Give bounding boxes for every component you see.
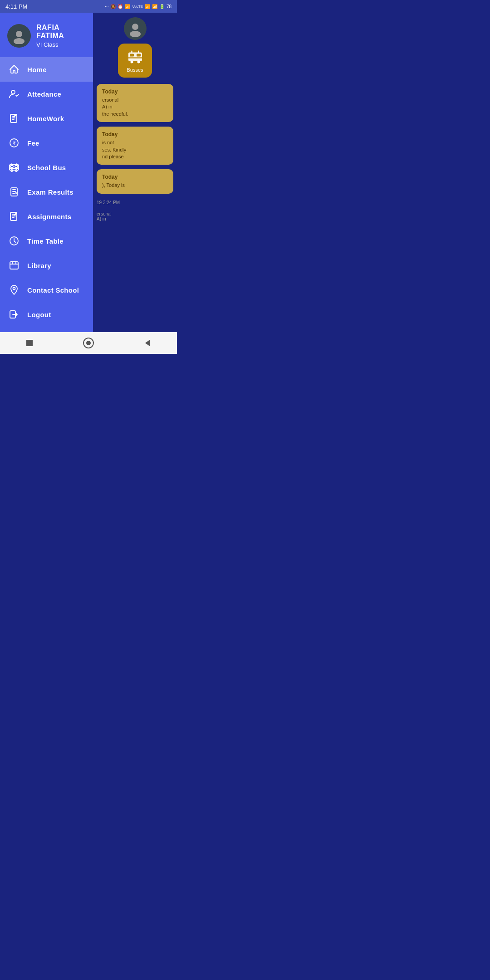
schoolbus-icon bbox=[8, 162, 20, 173]
signal2-icon: 📶 bbox=[145, 4, 150, 9]
sidebar-item-contactschool[interactable]: Contact School bbox=[0, 278, 93, 302]
status-bar: 4:11 PM ··· 🔕 ⏰ 📶 VoLTE 📶 📶 🔋 78 bbox=[0, 0, 177, 13]
sidebar-item-fee[interactable]: ₹ Fee bbox=[0, 131, 93, 155]
profile-info: RAFIA FATIMA VI Class bbox=[36, 24, 86, 48]
android-home-button[interactable] bbox=[80, 335, 97, 351]
profile-class: VI Class bbox=[36, 41, 86, 48]
svg-rect-7 bbox=[10, 166, 13, 167]
sidebar-item-attendance[interactable]: Attedance bbox=[0, 82, 93, 106]
svg-rect-24 bbox=[26, 340, 33, 346]
notice-date-2: Today bbox=[102, 131, 168, 137]
android-square-button[interactable] bbox=[21, 335, 38, 351]
svg-point-15 bbox=[13, 288, 15, 290]
right-content: Busses Today ersonalA) inthe needful. To… bbox=[93, 13, 177, 332]
bus-card[interactable]: Busses bbox=[118, 44, 152, 78]
fee-icon: ₹ bbox=[8, 137, 20, 149]
fee-label: Fee bbox=[27, 139, 39, 147]
library-label: Library bbox=[27, 262, 51, 270]
notice-text-1: ersonalA) inthe needful. bbox=[102, 97, 168, 118]
sidebar-item-library[interactable]: Library bbox=[0, 253, 93, 278]
svg-point-18 bbox=[130, 31, 141, 37]
profile-name: RAFIA FATIMA bbox=[36, 24, 86, 40]
timetable-icon bbox=[8, 235, 20, 247]
notice-date-3: Today bbox=[102, 174, 168, 180]
svg-point-9 bbox=[11, 170, 13, 172]
attendance-label: Attedance bbox=[27, 90, 61, 98]
svg-rect-14 bbox=[10, 262, 18, 269]
wifi-icon: 📶 bbox=[152, 4, 157, 9]
signal-icon: 📶 bbox=[125, 4, 130, 9]
right-top: Busses bbox=[93, 13, 177, 82]
mute-icon: 🔕 bbox=[110, 4, 116, 9]
sidebar-item-home[interactable]: Home bbox=[0, 57, 93, 82]
logout-label: Logout bbox=[27, 311, 51, 318]
svg-text:₹: ₹ bbox=[13, 141, 16, 146]
bottom-bar bbox=[0, 332, 177, 354]
sidebar-item-timetable[interactable]: Time Table bbox=[0, 229, 93, 253]
notice-card-1: Today ersonalA) inthe needful. bbox=[97, 84, 173, 122]
alarm-icon: ⏰ bbox=[118, 4, 123, 9]
dots-icon: ··· bbox=[105, 4, 108, 9]
volte-icon: VoLTE bbox=[132, 5, 142, 9]
svg-point-22 bbox=[130, 60, 133, 63]
sidebar-item-logout[interactable]: Logout bbox=[0, 302, 93, 327]
extra-text: ersonalA) in bbox=[97, 211, 173, 221]
assignments-icon bbox=[8, 211, 20, 222]
svg-point-26 bbox=[86, 341, 91, 345]
sidebar-item-homework[interactable]: HomeWork bbox=[0, 106, 93, 131]
contactschool-label: Contact School bbox=[27, 286, 79, 294]
android-back-button[interactable] bbox=[139, 335, 156, 351]
examresults-label: Exam Results bbox=[27, 188, 74, 196]
main-layout: RAFIA FATIMA VI Class Home Attedance Hom… bbox=[0, 13, 177, 332]
assignments-label: Assignments bbox=[27, 213, 72, 220]
schoolbus-label: School Bus bbox=[27, 164, 66, 172]
notice-card-2: Today is notses. Kindlynd please bbox=[97, 127, 173, 165]
home-icon bbox=[8, 64, 20, 75]
svg-rect-21 bbox=[137, 54, 141, 56]
sidebar-item-examresults[interactable]: Exam Results bbox=[0, 180, 93, 204]
timetable-label: Time Table bbox=[27, 237, 64, 245]
svg-point-2 bbox=[11, 90, 15, 94]
contactschool-icon bbox=[8, 284, 20, 296]
sidebar-item-assignments[interactable]: Assignments bbox=[0, 204, 93, 229]
attendance-icon bbox=[8, 88, 20, 100]
homework-label: HomeWork bbox=[27, 115, 64, 122]
notice-card-3: Today ), Today is bbox=[97, 169, 173, 193]
busses-label: Busses bbox=[127, 67, 143, 73]
battery-icon: 🔋 bbox=[159, 4, 165, 9]
svg-rect-19 bbox=[128, 52, 142, 61]
right-avatar bbox=[124, 17, 147, 40]
svg-point-10 bbox=[15, 170, 17, 172]
notice-text-3: ), Today is bbox=[102, 182, 168, 189]
notice-date-1: Today bbox=[102, 88, 168, 95]
sidebar-item-schoolbus[interactable]: School Bus bbox=[0, 155, 93, 180]
sidebar: RAFIA FATIMA VI Class Home Attedance Hom… bbox=[0, 13, 93, 332]
home-label: Home bbox=[27, 66, 47, 74]
avatar bbox=[7, 24, 31, 48]
status-icons: ··· 🔕 ⏰ 📶 VoLTE 📶 📶 🔋 78 bbox=[105, 4, 172, 9]
homework-icon bbox=[8, 113, 20, 124]
svg-point-17 bbox=[132, 24, 138, 30]
notice-cards: Today ersonalA) inthe needful. Today is … bbox=[93, 82, 177, 223]
svg-rect-11 bbox=[11, 188, 17, 196]
svg-point-23 bbox=[137, 60, 140, 63]
notice-text-2: is notses. Kindlynd please bbox=[102, 139, 168, 160]
battery-level: 78 bbox=[167, 4, 172, 9]
timestamp: 19 3:24 PM bbox=[97, 198, 173, 207]
svg-rect-8 bbox=[15, 166, 18, 167]
library-icon bbox=[8, 260, 20, 271]
svg-point-0 bbox=[16, 31, 22, 37]
profile-section: RAFIA FATIMA VI Class bbox=[0, 13, 93, 57]
svg-rect-20 bbox=[130, 54, 134, 56]
examresults-icon bbox=[8, 186, 20, 198]
svg-marker-27 bbox=[145, 340, 150, 346]
logout-icon bbox=[8, 309, 20, 320]
status-time: 4:11 PM bbox=[5, 3, 27, 10]
svg-point-1 bbox=[14, 38, 24, 44]
